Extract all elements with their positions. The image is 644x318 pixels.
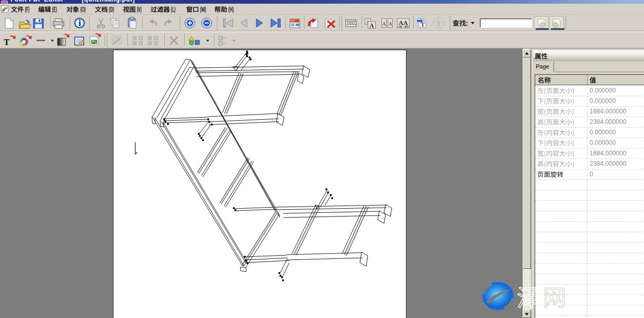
svg-text:A: A: [389, 21, 393, 27]
svg-text:AA: AA: [399, 19, 408, 27]
svg-text:A: A: [369, 22, 374, 29]
svg-text:A: A: [382, 21, 387, 27]
svg-text:T: T: [4, 37, 10, 47]
svg-text:T: T: [421, 21, 425, 28]
svg-text:T: T: [437, 20, 441, 27]
